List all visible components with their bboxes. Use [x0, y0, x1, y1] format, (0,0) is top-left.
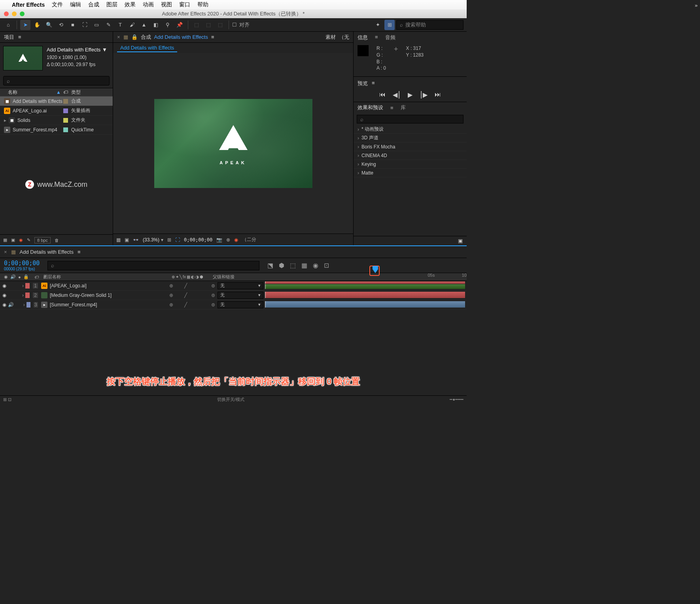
expand-icon[interactable]: ›: [22, 283, 24, 289]
tracks[interactable]: [263, 281, 467, 310]
zoom-slider[interactable]: ━●━━━: [446, 397, 467, 402]
parent-dropdown[interactable]: 无▾: [218, 282, 263, 289]
parent-dropdown[interactable]: 无▾: [218, 292, 263, 299]
world-axis-icon[interactable]: ⬚: [203, 20, 214, 30]
local-axis-icon[interactable]: ⬚: [191, 20, 202, 30]
motion-blur-icon[interactable]: ◉: [313, 262, 318, 269]
puppet-tool[interactable]: 📌: [174, 20, 185, 30]
pickwhip-icon[interactable]: ⊚: [211, 302, 215, 308]
rect-tool[interactable]: ▭: [91, 20, 102, 30]
label-swatch[interactable]: [25, 293, 30, 298]
panel-menu-icon[interactable]: ≡: [78, 249, 81, 255]
home-button[interactable]: ⌂: [3, 20, 13, 30]
playhead[interactable]: [371, 266, 379, 274]
switches-modes-toggle[interactable]: 切换开关/模式: [217, 397, 244, 403]
toggle-transparent-icon[interactable]: ▣: [125, 237, 129, 243]
panel-menu-icon[interactable]: ≡: [375, 34, 378, 41]
menu-composition[interactable]: 合成: [88, 1, 99, 8]
last-frame-button[interactable]: ⏭: [435, 91, 441, 99]
fx-category[interactable]: Boris FX Mocha: [354, 142, 467, 151]
parent-dropdown[interactable]: 无▾: [218, 301, 263, 308]
frame-blend-icon[interactable]: ▦: [301, 262, 307, 269]
menu-help[interactable]: 帮助: [197, 1, 208, 8]
new-folder-icon[interactable]: ▣: [11, 237, 15, 243]
label-swatch[interactable]: [63, 99, 68, 104]
menu-view[interactable]: 视图: [161, 1, 172, 8]
channel-icon[interactable]: ⊗: [226, 237, 230, 243]
visibility-toggle[interactable]: ◉: [2, 283, 6, 289]
label-swatch[interactable]: [26, 302, 30, 308]
help-search[interactable]: ⌕ 搜索帮助: [396, 20, 464, 30]
panel-menu-icon[interactable]: ≡: [18, 34, 21, 40]
eraser-tool[interactable]: ◧: [151, 20, 161, 30]
snapshot-icon[interactable]: 📷: [216, 237, 222, 243]
pen-tool[interactable]: ✎: [103, 20, 114, 30]
timeline-comp-name[interactable]: Add Details with Effects: [20, 249, 74, 255]
visibility-toggle[interactable]: ◉: [2, 293, 6, 298]
new-comp-icon[interactable]: ◉: [19, 237, 23, 243]
panel-menu-icon[interactable]: ≡: [211, 34, 214, 40]
panel-menu-icon[interactable]: ≡: [390, 105, 394, 111]
current-time[interactable]: 0;00;00;00: [184, 237, 212, 243]
label-swatch[interactable]: [63, 118, 68, 123]
project-item-folder[interactable]: ▸▣Solids 文件夹: [0, 116, 113, 125]
trash-icon[interactable]: 🗑: [55, 238, 59, 243]
effects-tab[interactable]: 效果和预设: [358, 104, 383, 111]
current-time[interactable]: 0;00;00;00: [4, 260, 40, 267]
label-col-icon[interactable]: 🏷: [34, 275, 39, 279]
toggle-alpha-icon[interactable]: ▦: [116, 237, 121, 243]
app-name[interactable]: After Effects: [12, 2, 45, 8]
close-tab-icon[interactable]: ×: [117, 34, 120, 40]
roi-icon[interactable]: ⛶: [175, 237, 180, 243]
label-swatch[interactable]: [63, 108, 68, 113]
timeline-search[interactable]: ⌕: [47, 261, 259, 270]
mask-icon[interactable]: 👓: [133, 237, 139, 243]
menu-edit[interactable]: 编辑: [70, 1, 81, 8]
toggle-switches-icon[interactable]: ⊞ ⊡: [0, 397, 15, 402]
draft-3d-icon[interactable]: ⬢: [279, 262, 284, 269]
comp-thumbnail[interactable]: [3, 46, 43, 70]
play-button[interactable]: ▶: [408, 91, 412, 99]
fx-category[interactable]: Matte: [354, 169, 467, 177]
zoom-dropdown[interactable]: (33.3%)▾: [143, 237, 163, 243]
effects-search[interactable]: ⌕: [357, 115, 464, 123]
comp-name[interactable]: Add Details with Effects ▼: [47, 46, 107, 54]
project-search[interactable]: ⌕: [3, 76, 110, 85]
audio-col-icon[interactable]: 🔊: [10, 274, 16, 279]
clone-tool[interactable]: ▲: [139, 20, 149, 30]
fx-category[interactable]: CINEMA 4D: [354, 151, 467, 160]
label-swatch[interactable]: [25, 283, 30, 289]
next-frame-button[interactable]: ⎮▶: [420, 91, 428, 99]
comp-mini-flow-icon[interactable]: ⬔: [267, 262, 273, 269]
expand-icon[interactable]: ›: [22, 293, 24, 298]
bpc-button[interactable]: 8 bpc: [34, 237, 51, 243]
orbit-tool[interactable]: ⟲: [56, 20, 66, 30]
eye-col-icon[interactable]: ◉: [4, 274, 8, 279]
view-axis-icon[interactable]: ⬚: [215, 20, 225, 30]
menu-file[interactable]: 文件: [52, 1, 63, 8]
lock-icon[interactable]: 🔒: [131, 34, 138, 40]
solo-col-icon[interactable]: ●: [18, 275, 21, 279]
anchor-tool[interactable]: ⛶: [79, 20, 90, 30]
comp-breadcrumb[interactable]: Add Details with Effects: [117, 44, 177, 52]
project-item-ai[interactable]: AiAPEAK_Logo.ai 矢量插画: [0, 106, 113, 116]
interpret-icon[interactable]: ▦: [3, 237, 7, 243]
project-tab[interactable]: 项目: [4, 34, 14, 41]
shy-icon[interactable]: ⬚: [290, 262, 296, 269]
info-tab[interactable]: 信息: [358, 34, 368, 41]
fx-category[interactable]: * 动画预设: [354, 125, 467, 134]
panel-menu-icon[interactable]: ≡: [372, 80, 375, 87]
workspace-icon[interactable]: ⊞: [384, 20, 395, 30]
prev-frame-button[interactable]: ◀⎮: [393, 91, 401, 99]
graph-editor-icon[interactable]: ⊡: [324, 262, 329, 269]
composition-viewer[interactable]: APEAK: [113, 53, 353, 234]
search-icon[interactable]: ✦: [373, 20, 383, 30]
audio-tab[interactable]: 音频: [385, 34, 395, 41]
type-tool[interactable]: T: [115, 20, 125, 30]
zoom-tool[interactable]: 🔍: [44, 20, 54, 30]
selection-tool[interactable]: ➤: [20, 20, 30, 30]
pickwhip-icon[interactable]: ⊚: [211, 293, 215, 298]
label-swatch[interactable]: [63, 127, 68, 132]
menu-effect[interactable]: 效果: [125, 1, 136, 8]
menu-layer[interactable]: 图层: [106, 1, 117, 8]
